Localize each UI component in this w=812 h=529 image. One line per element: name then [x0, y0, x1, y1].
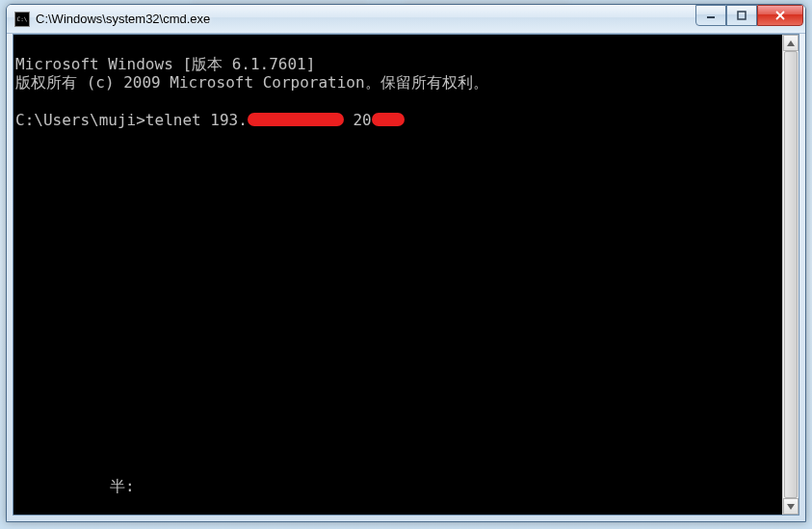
- maximize-button[interactable]: [726, 5, 757, 26]
- redaction-mark: [372, 113, 405, 126]
- scrollbar-track[interactable]: [783, 51, 799, 498]
- svg-marker-4: [787, 40, 795, 46]
- scroll-up-button[interactable]: [783, 35, 799, 51]
- close-icon: [774, 11, 786, 20]
- client-area: Microsoft Windows [版本 6.1.7601] 版权所有 (c)…: [13, 34, 799, 516]
- terminal-output[interactable]: Microsoft Windows [版本 6.1.7601] 版权所有 (c)…: [13, 35, 781, 515]
- svg-rect-0: [707, 16, 715, 18]
- cmd-window: C:\Windows\system32\cmd.exe Microsoft Wi…: [6, 4, 806, 522]
- window-controls: [695, 5, 803, 26]
- terminal-line: 版权所有 (c) 2009 Microsoft Corporation。保留所有…: [15, 73, 488, 92]
- scroll-down-button[interactable]: [783, 498, 799, 515]
- ime-indicator: 半:: [110, 477, 135, 497]
- minimize-button[interactable]: [695, 5, 726, 26]
- scrollbar-thumb[interactable]: [784, 51, 798, 498]
- close-button[interactable]: [757, 5, 803, 26]
- maximize-icon: [737, 11, 747, 20]
- svg-rect-1: [738, 12, 746, 19]
- minimize-icon: [706, 11, 716, 20]
- redaction-mark: [248, 113, 344, 126]
- svg-marker-5: [787, 504, 795, 510]
- cmd-icon: [14, 12, 30, 27]
- command-text: 20: [344, 111, 372, 129]
- terminal-line: Microsoft Windows [版本 6.1.7601]: [15, 55, 315, 73]
- command-text: telnet 193: [145, 111, 238, 129]
- chevron-up-icon: [787, 40, 795, 46]
- vertical-scrollbar[interactable]: [782, 35, 799, 515]
- terminal-prompt-line: C:\Users\muji>telnet 193. 20: [15, 110, 405, 128]
- chevron-down-icon: [787, 504, 795, 510]
- prompt-text: C:\Users\muji>: [15, 111, 145, 129]
- titlebar[interactable]: C:\Windows\system32\cmd.exe: [7, 5, 805, 34]
- window-title: C:\Windows\system32\cmd.exe: [36, 12, 695, 26]
